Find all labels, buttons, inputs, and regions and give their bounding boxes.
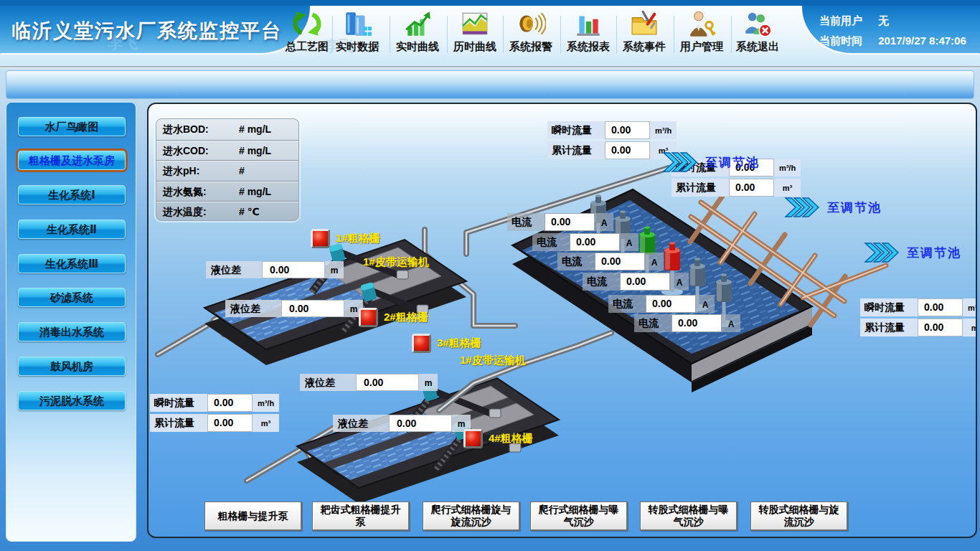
flow-value: 0.00: [207, 414, 253, 432]
flow-unit: m³: [963, 319, 977, 336]
current-time-value: 2017/9/27 8:47:06: [878, 34, 966, 47]
sidebar-item-plant-overview[interactable]: 水厂鸟瞰图: [18, 117, 126, 136]
belt-conveyor-2-label: 1#皮带运输机: [460, 354, 526, 367]
inlet-ph-row: 进水pH: #: [156, 160, 298, 181]
current-label: 电流: [634, 314, 672, 332]
level-value: 0.00: [356, 374, 419, 391]
flow-label: 瞬时流量: [547, 121, 605, 139]
nav-crawler-fine-screen-vortex-grit[interactable]: 爬行式细格栅旋与旋流沉沙: [423, 501, 520, 531]
toolbar-item-history-curve[interactable]: 历时曲线: [445, 9, 505, 60]
pump-current-row-1: 电流 0.00 A: [507, 213, 613, 231]
inlet-quality-panel: 进水BOD: # mg/L 进水COD: # mg/L 进水pH: # 进水氨氮…: [156, 118, 299, 221]
belt-conveyor-1-label: 1#皮带运输机: [363, 255, 429, 269]
toolbar-item-label: 实时曲线: [387, 40, 448, 54]
alarm-icon: [516, 9, 546, 39]
level-diff-row-4: 液位差 0.00 m: [333, 415, 471, 432]
toolbar-item-label: 实时数据: [327, 40, 387, 54]
level-unit: m: [325, 261, 344, 278]
inlet-temp-row: 进水温度: # ℃: [156, 201, 298, 221]
inlet-cod-label: 进水COD:: [163, 141, 209, 161]
title-panel: 临沂义堂污水厂系统监控平台: [0, 6, 310, 53]
screen-2-label: 2#粗格栅: [384, 311, 428, 324]
level-label: 液位差: [206, 261, 262, 278]
flow-unit: m³/h: [650, 121, 677, 139]
instant-flow-row: 瞬时流量 0.00 m³/h: [150, 394, 279, 412]
header-top-strip: [0, 0, 980, 6]
inlet-ammonia-row: 进水氨氮: # mg/L: [156, 181, 298, 202]
flow-label: 累计流量: [672, 179, 729, 197]
nav-rake-coarse-screen-lift-pump[interactable]: 耙齿式粗格栅提升泵: [312, 501, 410, 531]
toolbar-separator: [616, 16, 617, 53]
sidebar-item-sand-filter[interactable]: 砂滤系统: [18, 288, 126, 307]
chevron-arrows-icon: [864, 242, 900, 263]
nav-crawler-fine-screen-aerated-grit[interactable]: 爬行式细格栅与曝气沉沙: [530, 501, 628, 531]
total-flow-row: 累计流量 0.00 m³: [672, 179, 801, 197]
screen-2-status-button[interactable]: [359, 308, 378, 327]
sidebar-item-bio-system-2[interactable]: 生化系统Ⅱ: [18, 220, 126, 239]
toolbar-item-realtime-data[interactable]: 实时数据: [327, 9, 387, 60]
flow-panel-3: 瞬时流量 0.00 m³/h 累计流量 0.00 m³: [860, 298, 977, 339]
sidebar-item-blower-room[interactable]: 鼓风机房: [18, 357, 126, 376]
flow-value: 0.00: [605, 141, 650, 159]
flow-value: 0.00: [918, 319, 963, 336]
nav-rotary-fine-screen-aerated-grit[interactable]: 转股式细格栅与曝气沉沙: [640, 501, 738, 531]
level-value: 0.00: [281, 300, 344, 317]
flow-unit: m³: [253, 414, 279, 432]
sidebar-item-bio-system-3[interactable]: 生化系统Ⅲ: [18, 254, 126, 273]
to-pool-label: 至调节池: [705, 154, 760, 171]
current-user-row: 当前用户 无: [819, 14, 889, 28]
current-unit: A: [620, 233, 639, 251]
toolbar-item-event[interactable]: 系统事件: [614, 9, 674, 60]
level-unit: m: [419, 374, 438, 391]
inlet-cod-value: # mg/L: [239, 141, 271, 161]
toolbar-item-report[interactable]: 系统报表: [558, 9, 618, 60]
sidebar-item-coarse-screen-pump-house[interactable]: 粗格栅及进水泵房: [18, 151, 126, 170]
toolbar-item-exit[interactable]: 系统退出: [727, 9, 788, 60]
level-diff-row-1: 液位差 0.00 m: [206, 261, 344, 278]
report-icon: [573, 9, 603, 39]
current-label: 电流: [608, 295, 646, 313]
to-regulating-pool-2: 至调节池: [784, 197, 882, 218]
flow-value: 0.00: [605, 121, 650, 139]
inlet-ph-value: #: [239, 161, 245, 181]
screen-4-status-button[interactable]: [463, 429, 483, 448]
sidebar-item-bio-system-1[interactable]: 生化系统Ⅰ: [18, 185, 126, 204]
toolbar-item-realtime-curve[interactable]: 实时曲线: [387, 9, 448, 60]
realtime-curve-icon: [402, 9, 433, 39]
level-diff-row-2: 液位差 0.00 m: [225, 300, 363, 317]
main-panel: 进水BOD: # mg/L 进水COD: # mg/L 进水pH: # 进水氨氮…: [147, 103, 977, 538]
current-time-row: 当前时间 2017/9/27 8:47:06: [819, 34, 966, 48]
flow-label: 累计流量: [150, 414, 207, 432]
sidebar-item-sludge-dewatering[interactable]: 污泥脱水系统: [18, 391, 126, 410]
inlet-temp-value: # ℃: [239, 202, 260, 221]
total-flow-row: 累计流量 0.00 m³: [150, 414, 279, 432]
pump-current-row-6: 电流 0.00 A: [634, 314, 740, 332]
history-curve-icon: [460, 9, 490, 39]
toolbar-item-label: 用户管理: [672, 40, 732, 54]
chevron-arrows-icon: [784, 197, 820, 218]
current-unit: A: [595, 213, 613, 231]
toolbar-separator: [390, 16, 390, 53]
nav-coarse-screen-lift-pump[interactable]: 粗格栅与提升泵: [204, 501, 302, 531]
toolbar-item-label: 系统退出: [727, 40, 788, 54]
screen-1-status-button[interactable]: [311, 229, 330, 248]
flow-label: 瞬时流量: [150, 394, 207, 412]
current-unit: A: [696, 295, 715, 313]
level-label: 液位差: [300, 374, 356, 391]
sidebar-item-disinfection-outlet[interactable]: 消毒出水系统: [18, 322, 126, 342]
current-user-label: 当前用户: [819, 14, 862, 27]
inlet-bod-value: # mg/L: [239, 119, 271, 139]
toolbar-separator: [560, 16, 561, 53]
flow-unit: m³/h: [963, 298, 977, 316]
inlet-temp-label: 进水温度:: [163, 202, 207, 221]
flow-label: 累计流量: [860, 319, 918, 336]
screen-1-label: 1#粗格栅: [336, 232, 380, 245]
nav-rotary-fine-screen-vortex-grit[interactable]: 转股式细格栅与旋流沉沙: [750, 501, 848, 531]
toolbar-item-label: 系统事件: [614, 40, 674, 54]
inlet-ph-label: 进水pH:: [163, 161, 199, 181]
toolbar-item-alarm[interactable]: 系统报警: [501, 9, 561, 60]
toolbar-item-user-management[interactable]: 用户管理: [672, 9, 732, 60]
screen-3-status-button[interactable]: [412, 334, 431, 353]
instant-flow-row: 瞬时流量 0.00 m³/h: [860, 298, 977, 316]
current-label: 电流: [532, 233, 570, 251]
